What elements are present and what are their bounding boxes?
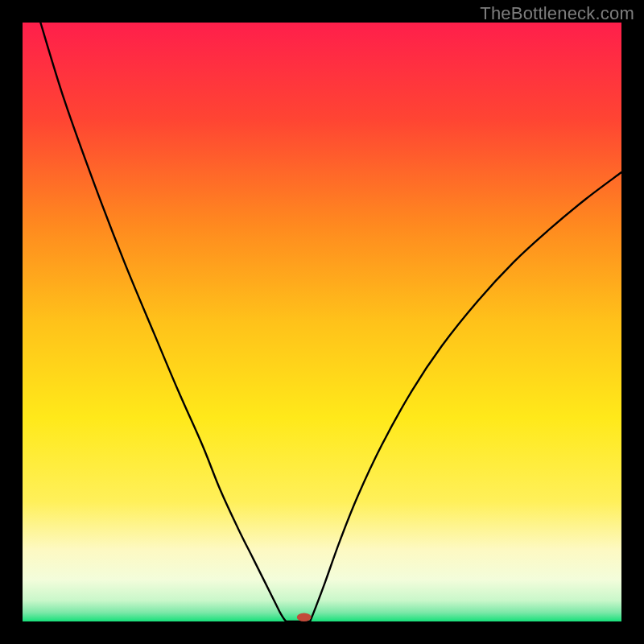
optimum-marker [297,613,312,621]
chart-frame: TheBottleneck.com [0,0,644,644]
bottleneck-chart [0,0,644,644]
plot-background [23,23,621,621]
watermark-text: TheBottleneck.com [480,3,634,24]
